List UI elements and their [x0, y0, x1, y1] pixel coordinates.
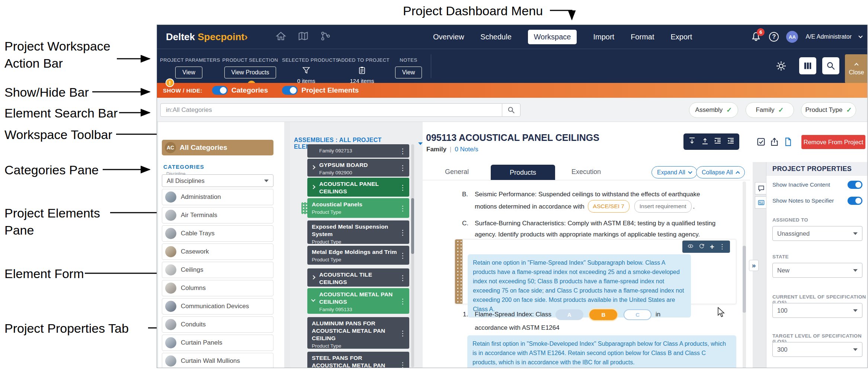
chevron-right-icon[interactable] [311, 185, 315, 189]
category-item[interactable]: Conduits [162, 316, 273, 333]
remove-from-project-button[interactable]: Remove From Project [801, 135, 865, 149]
specifier-note-card[interactable]: + ⋮ Retain one option in "Flame-Spread I… [455, 239, 736, 304]
choice-a-pill[interactable]: A [555, 309, 583, 320]
specifier-note-text-2[interactable]: Retain first option in "Smoke-Developed … [467, 335, 736, 368]
categories-toggle[interactable] [212, 86, 228, 95]
show-inactive-toggle[interactable] [848, 181, 862, 189]
properties-panel-tab[interactable] [755, 196, 768, 209]
category-item[interactable]: Curtain Wall Mullions [162, 353, 273, 368]
current-los-select[interactable]: 100 [772, 303, 862, 318]
drag-handle[interactable] [301, 202, 307, 214]
project-elements-toggle[interactable] [282, 86, 298, 95]
tree-item-partial[interactable]: Family 092713 ⋮ [307, 144, 409, 158]
search-input[interactable] [160, 103, 502, 117]
elements-scrollbar-track[interactable] [411, 144, 414, 367]
menu-workspace[interactable]: Workspace [528, 30, 577, 44]
chevron-right-icon[interactable] [311, 165, 315, 169]
show-notes-toggle[interactable] [848, 197, 862, 205]
add-icon[interactable]: + [710, 244, 714, 250]
share-icon[interactable] [769, 137, 779, 147]
notes-link[interactable]: 0 Note/s [455, 146, 478, 153]
kebab-menu-icon[interactable]: ⋮ [399, 229, 406, 236]
filter-product-type[interactable]: Product Type✓ [801, 102, 856, 118]
search-button[interactable] [502, 103, 521, 117]
category-item[interactable]: Administration [162, 189, 273, 205]
tree-item-steel-pans[interactable]: STEEL PANS FOR ACOUSTICAL METAL PAN CEIL… [307, 352, 409, 368]
tab-execution[interactable]: Execution [571, 168, 601, 176]
choice-b-pill[interactable]: B [589, 309, 617, 320]
category-item[interactable]: Ceilings [162, 262, 273, 278]
eye-icon[interactable] [687, 243, 694, 251]
tree-item-acoustical-tile-ceilings[interactable]: ACOUSTICAL TILE CEILINGS Family 095123 ⋮ [307, 268, 409, 287]
user-name[interactable]: A/E Administrator [805, 33, 852, 40]
clipboard-icon[interactable] [338, 66, 386, 76]
search-panel-button[interactable] [822, 57, 839, 74]
target-los-select[interactable]: 300 [772, 342, 862, 357]
document-icon[interactable] [783, 137, 793, 147]
tab-products[interactable]: Products [491, 165, 555, 180]
collapse-all-button[interactable]: Collapse All [696, 166, 745, 178]
kebab-menu-icon[interactable]: ⋮ [399, 164, 406, 171]
kebab-menu-icon[interactable]: ⋮ [399, 274, 406, 281]
filter-assembly[interactable]: Assembly✓ [689, 102, 738, 118]
chevron-down-icon[interactable] [858, 34, 862, 38]
workflow-icon[interactable] [320, 30, 331, 43]
tree-item-metal-edge-moldings[interactable]: Metal Edge Moldings and Trim Product Typ… [307, 246, 409, 265]
insert-requirement-pill[interactable]: Insert requirement [634, 200, 692, 213]
tree-item-exposed-metal-suspension[interactable]: Exposed Metal Suspension System Product … [307, 220, 409, 244]
refresh-icon[interactable] [698, 243, 705, 251]
close-workspace-button[interactable]: Close [845, 54, 868, 83]
kebab-menu-icon[interactable]: ⋮ [399, 252, 406, 259]
expand-to-level-icon[interactable] [688, 136, 696, 147]
discipline-select[interactable]: All Disciplines [162, 174, 273, 187]
funnel-icon[interactable] [282, 66, 330, 76]
state-select[interactable]: New [772, 263, 862, 278]
indent-icon[interactable] [713, 136, 722, 147]
collapse-to-level-icon[interactable] [701, 136, 710, 147]
category-item[interactable]: Columns [162, 280, 273, 296]
menu-overview[interactable]: Overview [433, 33, 464, 41]
expand-panel-button[interactable]: » [749, 260, 759, 271]
filter-family[interactable]: Family✓ [746, 102, 794, 118]
view-products-button[interactable]: View Products [224, 67, 276, 78]
kebab-menu-icon[interactable]: ⋮ [399, 148, 406, 155]
tree-item-aluminum-pans[interactable]: ALUMINUM PANS FOR ACOUSTICAL METAL PAN C… [307, 317, 409, 349]
chevron-down-icon[interactable] [311, 297, 315, 302]
view-parameters-button[interactable]: View [175, 67, 202, 78]
help-icon[interactable]: ? [769, 32, 779, 42]
kebab-menu-icon[interactable]: ⋮ [399, 361, 406, 368]
category-item[interactable]: Cable Trays [162, 225, 273, 242]
elements-scrollbar-thumb[interactable] [411, 198, 414, 254]
expand-all-button[interactable]: Expand All [651, 166, 697, 178]
notes-panel-tab[interactable] [755, 182, 768, 194]
tree-item-acoustical-metal-pan-ceilings[interactable]: ACOUSTICAL METAL PAN CEILINGS Family 095… [307, 288, 409, 314]
menu-import[interactable]: Import [593, 33, 614, 41]
choice-c-pill[interactable]: C [624, 309, 651, 320]
kebab-menu-icon[interactable]: ⋮ [399, 204, 406, 212]
form-scrollbar-thumb[interactable] [743, 246, 746, 313]
category-item[interactable]: Casework [162, 244, 273, 260]
map-icon[interactable] [298, 30, 309, 43]
home-icon[interactable] [275, 30, 286, 43]
tree-item-acoustical-panels[interactable]: Acoustical Panels Product Type ⋮ [307, 198, 409, 218]
assigned-to-select[interactable]: Unassigned [772, 226, 862, 241]
select-check-icon[interactable] [756, 137, 766, 147]
settings-gear-icon[interactable] [775, 60, 787, 73]
reference-pill[interactable]: ASCE/SEI 7 [588, 200, 630, 213]
all-categories-header[interactable]: AC All Categories [162, 140, 273, 155]
category-item[interactable]: Air Terminals [162, 207, 273, 223]
notifications-bell-icon[interactable]: 6 [750, 31, 762, 42]
view-notes-button[interactable]: View [395, 67, 422, 78]
kebab-menu-icon[interactable]: ⋮ [719, 243, 725, 251]
drag-handle[interactable] [455, 239, 462, 304]
tab-general[interactable]: General [445, 168, 469, 176]
layout-columns-button[interactable] [799, 57, 816, 74]
category-item[interactable]: Curtain Panels [162, 335, 273, 351]
tree-item-acoustical-panel-ceilings[interactable]: ACOUSTICAL PANEL CEILINGS Family 095113 … [307, 178, 409, 197]
menu-format[interactable]: Format [631, 33, 654, 41]
menu-schedule[interactable]: Schedule [480, 33, 511, 41]
avatar[interactable]: AA [786, 31, 798, 43]
kebab-menu-icon[interactable]: ⋮ [399, 184, 406, 191]
kebab-menu-icon[interactable]: ⋮ [399, 329, 406, 336]
tree-item-gypsum-board[interactable]: GYPSUM BOARD Family 092900 ⋮ [307, 159, 409, 177]
